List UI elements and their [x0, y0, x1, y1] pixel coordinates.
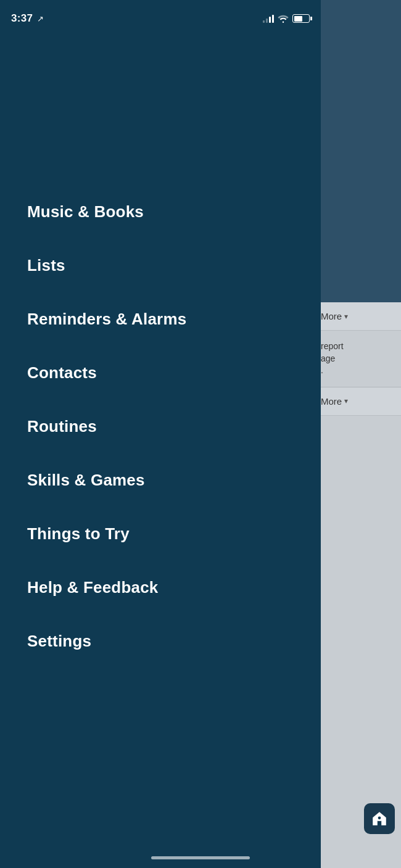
- chevron-down-icon-1: ▾: [344, 312, 348, 321]
- navigation-menu: Music & BooksListsReminders & AlarmsCont…: [0, 185, 321, 668]
- sidebar-item-label-help-feedback: Help & Feedback: [27, 578, 159, 597]
- signal-bar-3: [269, 17, 271, 23]
- sidebar-item-help-feedback[interactable]: Help & Feedback: [0, 561, 321, 614]
- home-icon-button[interactable]: [364, 803, 395, 834]
- signal-bar-4: [272, 15, 274, 23]
- right-panel: More ▾ report age . More ▾: [315, 0, 401, 868]
- home-icon: [371, 810, 388, 827]
- age-text: age: [321, 353, 335, 363]
- right-main: More ▾ report age . More ▾: [315, 302, 401, 416]
- sidebar-item-things-to-try[interactable]: Things to Try: [0, 507, 321, 561]
- battery-fill: [294, 16, 303, 22]
- navigation-drawer: 3:37 ↗ Music & BooksListsRe: [0, 0, 321, 868]
- status-time: 3:37: [11, 12, 33, 25]
- sidebar-item-reminders-alarms[interactable]: Reminders & Alarms: [0, 292, 321, 346]
- more-label-2: More: [321, 396, 342, 407]
- right-header: [315, 0, 401, 302]
- sidebar-item-lists[interactable]: Lists: [0, 239, 321, 292]
- status-bar: 3:37 ↗: [0, 0, 321, 31]
- status-icons: [263, 14, 310, 23]
- right-section-1: report age .: [315, 331, 401, 387]
- wifi-icon: [278, 14, 289, 23]
- sidebar-item-label-skills-games: Skills & Games: [27, 471, 145, 489]
- signal-icon: [263, 14, 274, 23]
- signal-bar-2: [266, 19, 268, 23]
- sidebar-item-label-things-to-try: Things to Try: [27, 524, 130, 543]
- sidebar-item-label-settings: Settings: [27, 632, 91, 650]
- home-bar: [151, 856, 250, 859]
- dot-text: .: [321, 365, 323, 375]
- signal-bar-1: [263, 20, 265, 23]
- sidebar-item-label-reminders-alarms: Reminders & Alarms: [27, 310, 186, 328]
- sidebar-item-settings[interactable]: Settings: [0, 614, 321, 668]
- sidebar-item-label-lists: Lists: [27, 256, 65, 275]
- sidebar-item-music-books[interactable]: Music & Books: [0, 185, 321, 239]
- chevron-down-icon-2: ▾: [344, 397, 348, 405]
- sidebar-item-skills-games[interactable]: Skills & Games: [0, 453, 321, 507]
- sidebar-item-label-music-books: Music & Books: [27, 202, 144, 221]
- sidebar-item-label-contacts: Contacts: [27, 363, 97, 382]
- more-row-1[interactable]: More ▾: [315, 302, 401, 331]
- location-arrow-icon: ↗: [37, 14, 44, 23]
- more-label-1: More: [321, 311, 342, 321]
- sidebar-item-routines[interactable]: Routines: [0, 400, 321, 453]
- svg-point-0: [378, 817, 381, 820]
- sidebar-item-contacts[interactable]: Contacts: [0, 346, 321, 400]
- sidebar-item-label-routines: Routines: [27, 417, 97, 436]
- battery-icon: [292, 14, 310, 23]
- report-text: report: [321, 341, 344, 351]
- more-row-2[interactable]: More ▾: [315, 387, 401, 416]
